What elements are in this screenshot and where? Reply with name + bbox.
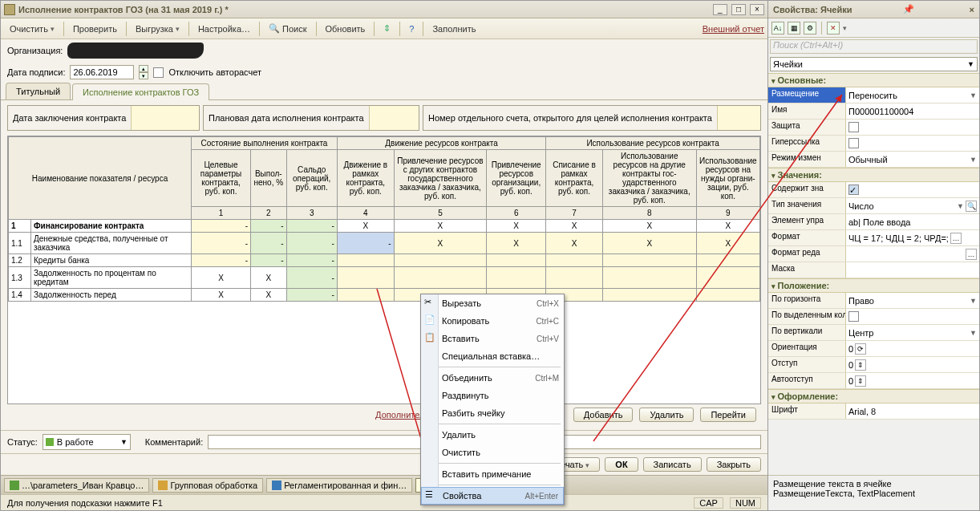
tab-contracts[interactable]: Исполнение контрактов ГОЗ	[72, 83, 209, 100]
ctx-expand[interactable]: Раздвинуть	[421, 387, 564, 404]
task-item[interactable]: …\parameters_Иван Кравцо…	[4, 478, 149, 493]
hdr-account-val[interactable]	[717, 106, 760, 130]
comment-label: Комментарий:	[145, 437, 203, 447]
category-icon[interactable]: ▦	[788, 22, 800, 34]
colgroup-usage: Использование ресурсов контракта	[546, 137, 760, 150]
delete-button[interactable]: Удалить	[639, 408, 694, 422]
ctx-delete[interactable]: Удалить	[421, 426, 564, 444]
save-button[interactable]: Записать	[643, 457, 702, 472]
props-description: Размещение текста в ячейке РазмещениеТек…	[768, 475, 979, 510]
props-dd-icon[interactable]: ▾	[843, 24, 847, 32]
prop-ctrl[interactable]: ab|Поле ввода	[845, 214, 979, 229]
prop-horiz[interactable]: Право▼	[845, 293, 979, 308]
section-main[interactable]: Основные:	[768, 73, 979, 87]
props-x-icon[interactable]: ✕	[827, 22, 840, 34]
help-icon[interactable]: ?	[403, 22, 419, 36]
main-toolbar: Очистить▾ Проверить Выгрузка▾ Настройка……	[1, 18, 767, 39]
autocalc-checkbox[interactable]	[153, 67, 164, 78]
prop-valtype[interactable]: Число▼🔍	[845, 198, 979, 213]
status-select[interactable]: В работе▼	[43, 434, 131, 450]
prop-mode[interactable]: Обычный▼	[845, 152, 979, 167]
date-input[interactable]	[70, 65, 134, 79]
ctx-paste[interactable]: 📋ВставитьCtrl+V	[421, 330, 564, 347]
date-down[interactable]: ▾	[139, 72, 148, 79]
statusbar-hint: Для получения подсказки нажмите F1	[7, 498, 163, 508]
table-row: 1.2 Кредиты банка ---	[9, 254, 760, 267]
refresh-button[interactable]: Обновить	[320, 22, 371, 36]
prop-mask[interactable]	[845, 262, 979, 278]
copy-icon: 📄	[424, 314, 437, 327]
minimize-button[interactable]: _	[713, 4, 727, 15]
properties-icon: ☰	[425, 489, 438, 502]
ctx-merge[interactable]: ОбъединитьCtrl+M	[421, 369, 564, 387]
hdr-account: Номер отдельного счета, открытого для це…	[423, 111, 717, 126]
main-table[interactable]: Наименование показателя / ресурса Состоя…	[7, 136, 761, 404]
hdr-contract-date-val[interactable]	[131, 106, 199, 130]
col-indicator: Наименование показателя / ресурса	[9, 137, 192, 220]
hdr-contract-date: Дата заключения контракта	[8, 111, 131, 126]
expand-icon[interactable]: ⇕	[378, 21, 396, 36]
props-pin-icon[interactable]: 📌	[903, 4, 914, 14]
ctx-copy[interactable]: 📄КопироватьCtrl+C	[421, 312, 564, 330]
org-value-redacted	[67, 43, 204, 59]
clear-button[interactable]: Очистить▾	[4, 22, 60, 36]
check-button[interactable]: Проверить	[67, 22, 123, 36]
cap-indicator: CAP	[694, 497, 723, 509]
prop-formate[interactable]: …	[845, 246, 979, 262]
org-label: Организация:	[7, 46, 63, 55]
prop-orient[interactable]: 0⟳	[845, 341, 979, 356]
autocalc-label: Отключить авторасчет	[168, 67, 261, 77]
ctx-clear[interactable]: Очистить	[421, 444, 564, 461]
date-label: Дата подписи:	[7, 67, 65, 77]
ctx-properties[interactable]: ☰СвойстваAlt+Enter	[421, 487, 564, 505]
add-button[interactable]: Добавить	[573, 408, 634, 422]
ok-button[interactable]: ОК	[605, 457, 638, 472]
section-style[interactable]: Оформление:	[768, 389, 979, 404]
table-row: 1.3 Задолженность по процентам по кредит…	[9, 267, 760, 289]
ctx-paste-special[interactable]: Специальная вставка…	[421, 347, 564, 365]
prop-bycol[interactable]	[845, 309, 979, 324]
colgroup-state: Состояние выполнения контракта	[192, 137, 338, 150]
maximize-button[interactable]: □	[731, 4, 746, 15]
props-object-select[interactable]: Ячейки▼	[770, 57, 978, 71]
props-close-icon[interactable]: ×	[970, 5, 974, 14]
task-item[interactable]: Регламентированная и фин…	[266, 478, 412, 493]
fill-button[interactable]: Заполнить	[427, 22, 481, 36]
prop-vert[interactable]: Центр▼	[845, 325, 979, 340]
colgroup-movement: Движение ресурсов контракта	[337, 137, 545, 150]
prop-hyper[interactable]	[845, 136, 979, 151]
ctx-split[interactable]: Разбить ячейку	[421, 404, 564, 422]
close-button-footer[interactable]: Закрыть	[707, 457, 761, 472]
prop-contains[interactable]: ✓	[845, 182, 979, 197]
prop-placement[interactable]: Переносить▼	[845, 87, 979, 103]
prop-autoind[interactable]: 0⇕	[845, 373, 979, 388]
prop-name[interactable]: П000001100004	[845, 103, 979, 119]
ctx-cut[interactable]: ✂ВырезатьCtrl+X	[421, 294, 564, 312]
hdr-plan-date-val[interactable]	[369, 106, 419, 130]
prop-format[interactable]: ЧЦ = 17; ЧДЦ = 2; ЧРД=;…	[845, 230, 979, 245]
tab-title[interactable]: Титульный	[6, 83, 71, 99]
sort-az-icon[interactable]: A↓	[771, 22, 784, 34]
go-button[interactable]: Перейти	[700, 408, 756, 422]
search-button[interactable]: 🔍 Поиск	[263, 21, 312, 36]
paste-icon: 📋	[424, 332, 437, 345]
hdr-plan-date: Плановая дата исполнения контракта	[204, 111, 369, 126]
props-title: Свойства: Ячейки 📌 ×	[768, 1, 979, 18]
external-report-link[interactable]: Внешний отчет	[703, 24, 764, 34]
settings-button[interactable]: Настройка…	[192, 22, 256, 36]
ctx-note[interactable]: Вставить примечание	[421, 465, 564, 483]
prop-font[interactable]: Arial, 8	[845, 404, 979, 419]
num-indicator: NUM	[730, 497, 761, 509]
upload-button[interactable]: Выгрузка▾	[130, 22, 185, 36]
prop-indent[interactable]: 0⇕	[845, 357, 979, 372]
prop-protect[interactable]	[845, 120, 979, 135]
window-titlebar: Исполнение контрактов ГОЗ (на 31 мая 201…	[1, 1, 767, 18]
date-up[interactable]: ▴	[139, 65, 148, 72]
close-button[interactable]: ×	[750, 4, 764, 15]
task-item[interactable]: Групповая обработка	[152, 478, 263, 493]
section-pos[interactable]: Положение:	[768, 278, 979, 293]
table-row: 1.1 Денежные средства, полученные от зак…	[9, 233, 760, 254]
filter-icon[interactable]: ⚙	[804, 22, 816, 34]
props-search-input[interactable]: Поиск (Ctrl+Alt+I)	[770, 39, 978, 54]
section-values[interactable]: Значения:	[768, 168, 979, 182]
